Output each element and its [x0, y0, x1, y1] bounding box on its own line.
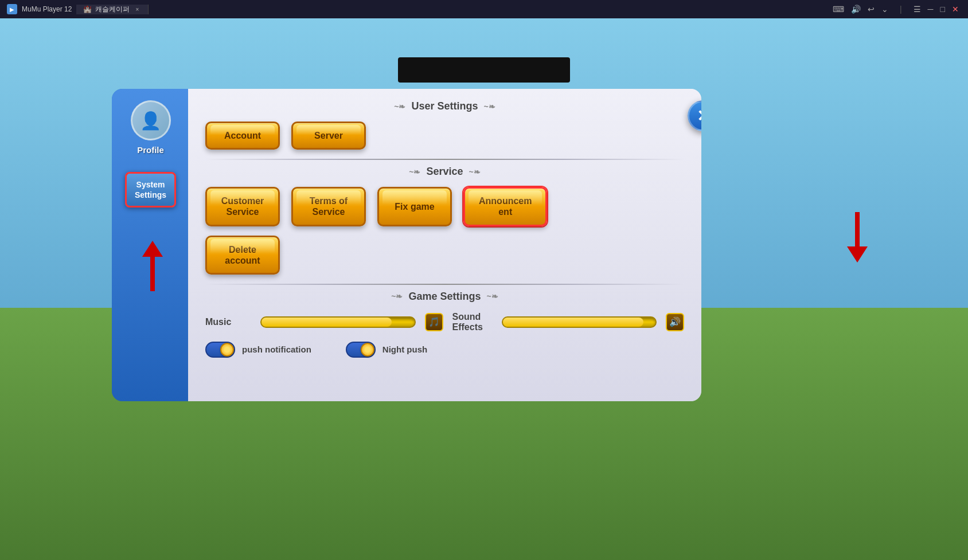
tab-icon: 🏰: [83, 5, 92, 13]
close-button[interactable]: ✕: [688, 100, 701, 131]
sound-icon: 🔊: [666, 313, 684, 331]
service-header: Service: [205, 166, 684, 178]
left-arrow-annotation: [142, 241, 163, 291]
settings-panel: User Settings Account Server Service Cus…: [188, 89, 701, 401]
more-icon[interactable]: ⌄: [879, 5, 891, 14]
title-bar-left: ▶ MuMu Player 12 🏰 캐슬케이퍼 ×: [0, 4, 823, 14]
push-notification-label: push notification: [242, 344, 311, 354]
right-arrow-annotation: [847, 212, 868, 263]
service-title: Service: [426, 166, 463, 178]
fix-game-button[interactable]: Fix game: [377, 187, 452, 226]
push-notification-switch[interactable]: [205, 342, 235, 358]
close-window-btn[interactable]: ✕: [950, 5, 961, 14]
app-name: MuMu Player 12: [22, 5, 72, 13]
back-icon[interactable]: ↩: [865, 5, 877, 14]
arrow-shaft: [150, 257, 155, 291]
night-push-label: Night push: [382, 344, 427, 354]
user-settings-title: User Settings: [411, 100, 478, 112]
user-settings-header: User Settings: [205, 100, 684, 112]
tab-label: 캐슬케이퍼: [95, 5, 130, 14]
music-slider[interactable]: [260, 316, 416, 328]
keyboard-icon[interactable]: ⌨: [830, 5, 846, 14]
music-fill: [261, 318, 392, 327]
system-settings-button[interactable]: SystemSettings: [125, 172, 176, 207]
app-icon: ▶: [7, 4, 17, 14]
window-controls: ⌨ 🔊 ↩ ⌄ | ☰ ─ □ ✕: [823, 5, 968, 14]
arrow-up-shape: [142, 241, 163, 257]
service-buttons: CustomerService Terms ofService Fix game…: [205, 187, 684, 226]
divider-2: [205, 284, 684, 285]
profile-section: 👤 Profile: [131, 100, 171, 155]
announcement-button[interactable]: Announcement: [463, 187, 547, 226]
tab-close-btn[interactable]: ×: [133, 5, 141, 13]
right-arrow-shaft: [855, 212, 860, 246]
server-button[interactable]: Server: [291, 122, 366, 150]
sound-icon-glyph: 🔊: [669, 316, 681, 327]
redacted-bar: [398, 57, 570, 83]
hamburger-icon[interactable]: ☰: [911, 5, 923, 14]
sound-fill: [503, 318, 643, 327]
sound-effects-label: SoundEffects: [452, 312, 493, 332]
divider-1: [205, 159, 684, 160]
music-icon-glyph: 🎵: [428, 316, 440, 327]
volume-icon[interactable]: 🔊: [849, 5, 863, 14]
game-settings-header: Game Settings: [205, 291, 684, 303]
user-settings-buttons: Account Server: [205, 122, 684, 150]
toggle-row: push notification Night push: [205, 342, 684, 358]
game-settings-title: Game Settings: [408, 291, 481, 303]
maximize-btn[interactable]: □: [938, 5, 947, 14]
title-bar: ▶ MuMu Player 12 🏰 캐슬케이퍼 × ⌨ 🔊 ↩ ⌄ | ☰ ─…: [0, 0, 968, 18]
system-settings-label: SystemSettings: [135, 180, 166, 199]
music-icon: 🎵: [425, 313, 443, 331]
push-knob: [220, 343, 234, 357]
minimize-btn[interactable]: ─: [926, 5, 936, 14]
delete-account-row: Deleteaccount: [205, 236, 684, 275]
terms-of-service-button[interactable]: Terms ofService: [291, 187, 366, 226]
close-icon: ✕: [697, 107, 702, 126]
account-button[interactable]: Account: [205, 122, 280, 150]
active-tab[interactable]: 🏰 캐슬케이퍼 ×: [76, 5, 149, 14]
avatar: 👤: [131, 100, 171, 140]
game-settings-section: Game Settings Music 🎵 SoundEffects 🔊: [205, 291, 684, 358]
music-slider-row: Music 🎵 SoundEffects 🔊: [205, 312, 684, 332]
night-push-knob: [361, 343, 374, 357]
music-label: Music: [205, 317, 251, 327]
profile-label: Profile: [137, 145, 164, 155]
night-push-toggle: Night push: [346, 342, 427, 358]
night-push-switch[interactable]: [346, 342, 376, 358]
customer-service-button[interactable]: CustomerService: [205, 187, 280, 226]
push-notification-toggle: push notification: [205, 342, 311, 358]
right-arrow-tip: [847, 246, 868, 263]
tab-bar: 🏰 캐슬케이퍼 ×: [76, 5, 149, 14]
delete-account-button[interactable]: Deleteaccount: [205, 236, 280, 275]
sound-slider[interactable]: [502, 316, 657, 328]
